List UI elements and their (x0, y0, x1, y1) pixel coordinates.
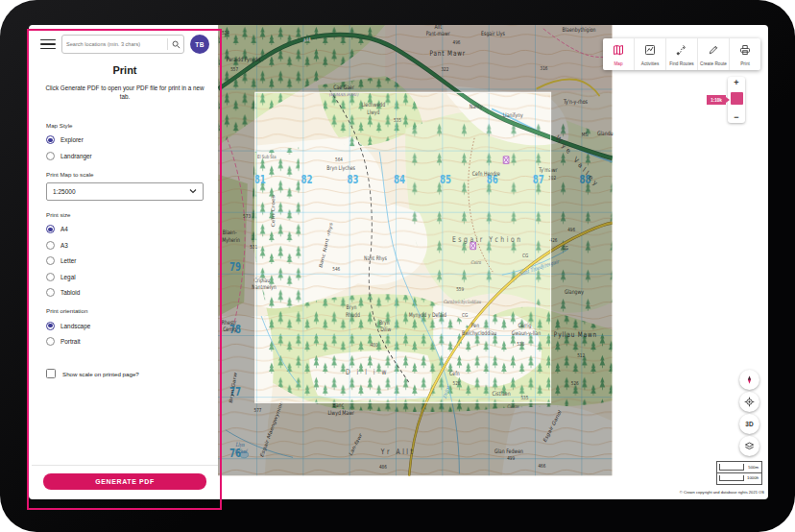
toolbar-label: Print (740, 61, 750, 66)
radio-a3[interactable]: A3 (46, 241, 204, 250)
radio-label: Portrait (60, 338, 81, 345)
radio-label: A3 (60, 242, 68, 249)
radio-a4[interactable]: A4 (46, 225, 204, 233)
radio-icon[interactable] (46, 337, 55, 346)
scalebar-metric: 500m (717, 462, 761, 473)
toolbar-create-route[interactable]: Create Route (698, 38, 730, 70)
radio-landscape[interactable]: Landscape (46, 322, 204, 330)
3d-button[interactable]: 3D (739, 414, 759, 434)
toolbar-map[interactable]: Map (603, 38, 635, 70)
orientation-group: LandscapePortrait (46, 322, 204, 347)
scalebar-imperial: 1000ft (717, 473, 761, 484)
radio-icon[interactable] (46, 256, 55, 265)
scale-label: Print Map to scale (46, 171, 204, 178)
zoom-level-marker[interactable] (731, 92, 743, 105)
user-avatar[interactable]: TB (190, 35, 209, 54)
toolbar-label: Find Routes (669, 61, 693, 66)
radio-label: Legal (60, 274, 76, 280)
toolbar-print[interactable]: Print (730, 38, 760, 70)
radio-label: Explorer (60, 136, 84, 143)
page: 818283848586878879787776 524Peraidd Fyny… (0, 0, 795, 532)
radio-icon[interactable] (46, 152, 55, 160)
map-scalebar: 500m 1000ft (716, 461, 762, 485)
radio-label: Landscape (60, 323, 90, 329)
toolbar-label: Create Route (700, 61, 727, 66)
radio-tabloid[interactable]: Tabloid (46, 288, 204, 297)
zoom-in-button[interactable]: + (728, 77, 745, 88)
radio-landranger[interactable]: Landranger (46, 152, 204, 160)
main-toolbar: MapActivitiesFind RoutesCreate RoutePrin… (603, 38, 760, 70)
print-icon (739, 42, 751, 60)
layers-button[interactable] (739, 436, 759, 456)
locate-button[interactable] (739, 392, 759, 412)
createroute-icon (708, 42, 719, 60)
radio-icon[interactable] (46, 241, 55, 250)
app-screen: 818283848586878879787776 524Peraidd Fyny… (29, 25, 768, 499)
radio-label: Landranger (60, 153, 92, 159)
zoom-out-button[interactable]: − (728, 111, 745, 123)
findroutes-icon (676, 42, 687, 60)
menu-icon[interactable] (40, 39, 56, 50)
zoom-control: + − (728, 77, 745, 123)
map-style-label: Map Style (46, 122, 204, 129)
page-title: Print (32, 64, 218, 76)
print-extent-veil (255, 92, 551, 402)
compass-button[interactable] (739, 370, 759, 390)
panel-footer: GENERATE PDF (32, 465, 218, 499)
radio-legal[interactable]: Legal (46, 273, 204, 281)
panel-topbar: TB (32, 25, 218, 54)
activities-icon (644, 42, 656, 60)
print-size-group: A4A3LetterLegalTabloid (46, 225, 204, 297)
orientation-label: Print orientation (46, 307, 204, 314)
zoom-scale-flag: 1:10k (707, 95, 726, 105)
radio-icon[interactable] (46, 322, 55, 330)
radio-icon[interactable] (46, 225, 55, 233)
print-form: Map Style ExplorerLandranger Print Map t… (32, 102, 218, 379)
generate-pdf-button[interactable]: GENERATE PDF (43, 473, 206, 490)
radio-label: A4 (60, 226, 68, 232)
search-icon[interactable] (168, 40, 183, 49)
map-icon (613, 42, 624, 60)
search-input[interactable] (62, 41, 167, 47)
show-scale-checkbox[interactable] (46, 369, 56, 378)
search-box[interactable] (61, 35, 184, 54)
scale-select[interactable]: 1:25000 (46, 182, 204, 201)
toolbar-find-routes[interactable]: Find Routes (666, 38, 698, 70)
radio-letter[interactable]: Letter (46, 256, 204, 265)
map-style-group: ExplorerLandranger (46, 135, 204, 160)
toolbar-label: Map (614, 61, 622, 66)
radio-explorer[interactable]: Explorer (46, 135, 204, 144)
show-scale-label: Show scale on printed page? (62, 371, 139, 377)
map-attribution: © Crown copyright and database rights 20… (661, 488, 766, 496)
radio-label: Tabloid (60, 289, 80, 296)
show-scale-checkbox-row[interactable]: Show scale on printed page? (46, 369, 204, 378)
scale-value: 1:25000 (53, 188, 76, 195)
radio-label: Letter (60, 257, 76, 264)
toolbar-activities[interactable]: Activities (635, 38, 666, 70)
print-panel: TB Print Click Generate PDF to open your… (32, 25, 218, 499)
toolbar-label: Activities (641, 61, 660, 66)
chevron-down-icon (189, 188, 197, 194)
map-canvas[interactable]: 818283848586878879787776 524Peraidd Fyny… (218, 25, 768, 499)
radio-icon[interactable] (46, 273, 55, 281)
radio-icon[interactable] (46, 135, 55, 144)
print-description: Click Generate PDF to open your PDF file… (44, 84, 205, 102)
print-size-label: Print size (46, 211, 204, 218)
radio-portrait[interactable]: Portrait (46, 337, 204, 346)
radio-icon[interactable] (46, 288, 55, 297)
